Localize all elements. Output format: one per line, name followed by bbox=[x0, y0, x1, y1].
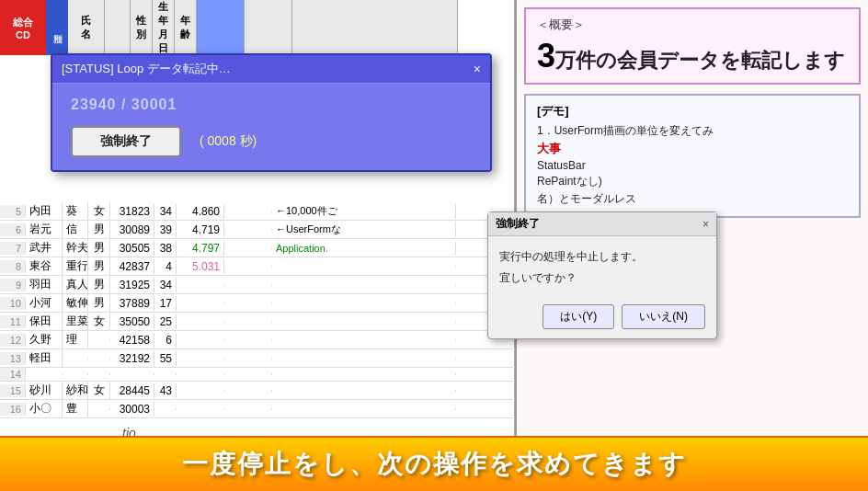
table-row: 16 小〇 豊 30003 bbox=[0, 400, 515, 418]
status-close-button[interactable]: × bbox=[474, 62, 481, 76]
confirm-close-button[interactable]: × bbox=[702, 218, 709, 231]
overview-box: ＜概要＞ 3万件の会員データを転記します bbox=[524, 7, 861, 85]
table-row: 10 小河 敏伸 男 37889 17 bbox=[0, 294, 515, 313]
overview-text: 3万件の会員データを転記します bbox=[537, 37, 848, 75]
table-row: 13 軽田 32192 55 bbox=[0, 349, 515, 368]
col-header-gender: 性別 bbox=[131, 0, 153, 55]
table-row: 12 久野 理 42158 6 bbox=[0, 331, 515, 349]
status-title-text: [STATUS] Loop データ転記中… bbox=[62, 61, 231, 77]
confirm-message1: 実行中の処理を中止します。 bbox=[499, 249, 705, 265]
col-header-blue1 bbox=[197, 0, 245, 55]
col-header-name1: 氏名 bbox=[68, 0, 105, 55]
table-row: 6 岩元 信 男 30089 39 4.719 ←UserFormな bbox=[0, 221, 515, 239]
confirm-yes-button[interactable]: はい(Y) bbox=[542, 304, 614, 329]
status-body: 23940 / 30001 強制終了 ( 0008 秒) bbox=[52, 84, 490, 170]
table-row: 9 羽田 真人 男 31925 34 bbox=[0, 276, 515, 294]
table-row: 15 砂川 紗和 女 28445 43 bbox=[0, 382, 515, 400]
confirm-buttons: はい(Y) いいえ(N) bbox=[488, 301, 716, 338]
table-row: 5 内田 葵 女 31823 34 4.860 ←10,000件ご bbox=[0, 202, 515, 221]
status-buttons: 強制終了 ( 0008 秒) bbox=[71, 126, 472, 157]
col-header-name2 bbox=[105, 0, 131, 55]
table-row: 11 保田 里菜 女 35050 25 bbox=[0, 313, 515, 331]
top-header: 総合 CD 種別 氏名 性別 生年月日 年齢 bbox=[0, 0, 515, 55]
confirm-message2: 宜しいですか？ bbox=[499, 270, 705, 286]
table-row: 7 武井 幹夫 男 30505 38 4.797 Application. bbox=[0, 239, 515, 257]
confirm-title-text: 強制終了 bbox=[496, 216, 540, 232]
demo-title: [デモ] bbox=[537, 103, 848, 120]
demo-item-important: 大事 bbox=[537, 141, 848, 157]
col-header-blank2 bbox=[292, 0, 458, 55]
top-blue-col: 種別 bbox=[46, 0, 68, 55]
demo-item: 名）とモーダルレス bbox=[537, 191, 848, 207]
table-row: 8 東谷 重行 男 42837 4 5.031 bbox=[0, 257, 515, 276]
col-headers-row: 氏名 性別 生年月日 年齢 bbox=[68, 0, 458, 55]
confirm-titlebar: 強制終了 × bbox=[488, 212, 716, 236]
demo-item: StatusBar bbox=[537, 159, 848, 172]
data-table: 5 内田 葵 女 31823 34 4.860 ←10,000件ご 6 岩元 信… bbox=[0, 202, 515, 418]
banner-text: 一度停止をし、次の操作を求めてきます bbox=[18, 447, 850, 482]
status-dialog: [STATUS] Loop データ転記中… × 23940 / 30001 強制… bbox=[51, 53, 492, 172]
overview-big-num: 3 bbox=[537, 37, 555, 74]
demo-item: 1．UserForm描画の単位を変えてみ bbox=[537, 123, 848, 139]
confirm-no-button[interactable]: いいえ(N) bbox=[622, 304, 705, 329]
overview-title: ＜概要＞ bbox=[537, 17, 848, 33]
demo-box: [デモ] 1．UserForm描画の単位を変えてみ 大事 StatusBar R… bbox=[524, 94, 861, 218]
status-timer: ( 0008 秒) bbox=[200, 133, 257, 150]
col-header-date: 生年月日 bbox=[153, 0, 175, 55]
top-red-col: 総合 CD bbox=[0, 0, 46, 55]
col-header-blank1 bbox=[245, 0, 292, 55]
status-titlebar: [STATUS] Loop データ転記中… × bbox=[52, 55, 490, 84]
bottom-banner: 一度停止をし、次の操作を求めてきます bbox=[0, 436, 868, 491]
table-row: 14 bbox=[0, 368, 515, 382]
confirm-dialog: 強制終了 × 実行中の処理を中止します。 宜しいですか？ はい(Y) いいえ(N… bbox=[487, 211, 717, 339]
confirm-body: 実行中の処理を中止します。 宜しいですか？ bbox=[488, 236, 716, 301]
force-stop-button[interactable]: 強制終了 bbox=[71, 126, 181, 157]
demo-item: RePaintなし) bbox=[537, 174, 848, 189]
status-progress: 23940 / 30001 bbox=[71, 97, 472, 113]
col-header-age: 年齢 bbox=[175, 0, 197, 55]
